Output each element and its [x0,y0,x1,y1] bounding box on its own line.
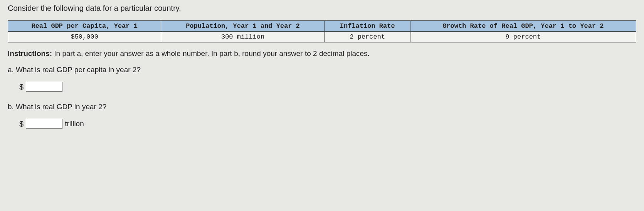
value-growth-rate: 9 percent [410,32,636,42]
answer-b-input[interactable] [26,119,62,129]
answer-b-line: $ trillion [19,119,636,129]
table-value-row: $50,000 300 million 2 percent 9 percent [8,32,636,42]
instructions-text: In part a, enter your answer as a whole … [52,49,370,57]
value-population: 300 million [161,32,325,42]
table-header-row: Real GDP per Capita, Year 1 Population, … [8,21,636,32]
instructions: Instructions: In part a, enter your answ… [8,49,636,58]
dollar-sign-b: $ [19,120,24,128]
unit-b: trillion [65,120,84,128]
header-inflation: Inflation Rate [325,21,410,32]
value-gdp-capita: $50,000 [8,32,161,42]
question-a: a. What is real GDP per capita in year 2… [8,66,636,74]
answer-a-line: $ [19,82,636,92]
dollar-sign-a: $ [19,83,24,91]
header-growth-rate: Growth Rate of Real GDP, Year 1 to Year … [410,21,636,32]
value-inflation: 2 percent [325,32,410,42]
header-gdp-capita: Real GDP per Capita, Year 1 [8,21,161,32]
intro-text: Consider the following data for a partic… [8,4,636,13]
data-table: Real GDP per Capita, Year 1 Population, … [8,20,636,42]
question-b: b. What is real GDP in year 2? [8,103,636,111]
header-population: Population, Year 1 and Year 2 [161,21,325,32]
instructions-label: Instructions: [8,49,52,57]
answer-a-input[interactable] [26,82,62,92]
